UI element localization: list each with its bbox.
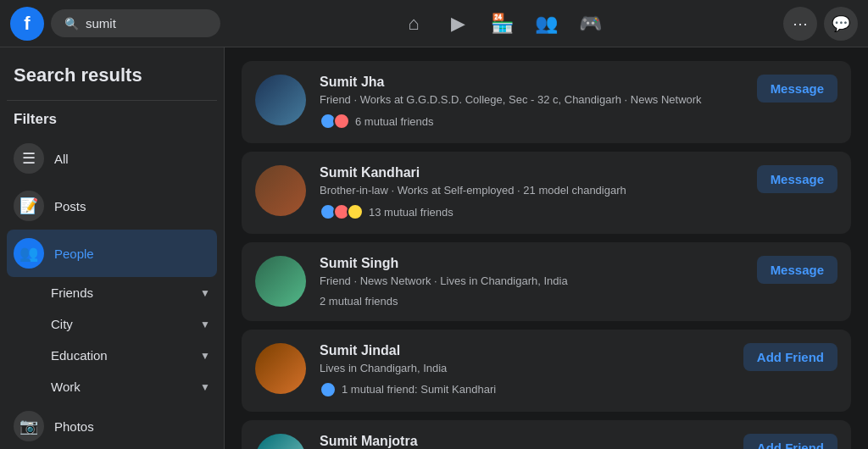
card-action: Message xyxy=(757,256,837,284)
message-button[interactable]: Message xyxy=(757,256,837,284)
filters-label: Filters xyxy=(7,108,217,135)
result-card-sumit-manjotra: Sumit Manjotra Works at Self Employed (B… xyxy=(242,420,851,449)
sidebar-divider-top xyxy=(7,100,217,101)
mutual-count: 2 mutual friends xyxy=(320,295,398,308)
all-icon: ☰ xyxy=(14,143,44,174)
sub-filter-label: City xyxy=(51,317,73,331)
card-action: Message xyxy=(757,75,837,103)
chevron-down-icon: ▼ xyxy=(200,287,210,299)
person-name: Sumit Jha xyxy=(320,75,743,90)
message-button[interactable]: Message xyxy=(757,75,837,103)
sub-filter-work[interactable]: Work ▼ xyxy=(7,371,217,402)
avatar xyxy=(255,434,306,449)
search-input[interactable] xyxy=(86,16,213,30)
avatar xyxy=(255,256,306,307)
card-info: Sumit Singh Friend · News Network · Live… xyxy=(320,256,743,307)
groups-nav-button[interactable]: 👥 xyxy=(526,3,566,44)
chevron-down-icon: ▼ xyxy=(200,319,210,330)
chevron-down-icon: ▼ xyxy=(200,381,210,393)
sidebar-item-label: Posts xyxy=(54,199,210,213)
mutual-avatar xyxy=(333,113,350,130)
result-card-sumit-jha: Sumit Jha Friend · Works at G.G.D.S.D. C… xyxy=(242,61,851,143)
mutual-avatars xyxy=(320,113,350,130)
top-navigation: f 🔍 ⌂ ▶ 🏪 👥 🎮 ⋯ 💬 xyxy=(0,0,868,47)
card-action: Message xyxy=(757,165,837,193)
avatar xyxy=(255,75,306,125)
message-button[interactable]: Message xyxy=(757,165,837,193)
search-icon: 🔍 xyxy=(64,17,79,30)
card-action: Add Friend xyxy=(743,343,837,371)
messenger-button[interactable]: 💬 xyxy=(824,7,858,41)
sub-filter-label: Work xyxy=(51,380,81,394)
sidebar-item-label: Photos xyxy=(54,419,210,434)
mutual-friends: 2 mutual friends xyxy=(320,295,743,308)
mutual-avatar xyxy=(320,381,337,398)
sidebar-item-people[interactable]: 👥 People xyxy=(7,230,217,277)
person-name: Sumit Singh xyxy=(320,256,743,271)
sub-filter-city[interactable]: City ▼ xyxy=(7,308,217,340)
sub-filter-friends[interactable]: Friends ▼ xyxy=(7,277,217,308)
avatar xyxy=(255,343,306,394)
nav-right: ⋯ 💬 xyxy=(773,7,858,41)
grid-menu-button[interactable]: ⋯ xyxy=(783,7,817,41)
watch-nav-button[interactable]: ▶ xyxy=(437,3,478,44)
sidebar-item-posts[interactable]: 📝 Posts xyxy=(7,182,217,230)
mutual-count: 6 mutual friends xyxy=(355,115,434,128)
gaming-nav-button[interactable]: 🎮 xyxy=(570,3,610,44)
sub-filter-education[interactable]: Education ▼ xyxy=(7,340,217,371)
photos-icon: 📷 xyxy=(14,411,44,441)
mutual-avatars xyxy=(320,381,337,398)
sidebar-item-all[interactable]: ☰ All xyxy=(7,135,217,182)
sidebar-item-label: People xyxy=(54,247,210,261)
mutual-avatar xyxy=(347,203,364,220)
result-card-sumit-singh: Sumit Singh Friend · News Network · Live… xyxy=(242,242,851,320)
nav-left: f 🔍 xyxy=(10,7,231,41)
search-box-container: 🔍 xyxy=(51,9,220,37)
chevron-down-icon: ▼ xyxy=(200,350,210,362)
add-friend-button[interactable]: Add Friend xyxy=(743,434,837,449)
search-results-area: Sumit Jha Friend · Works at G.G.D.S.D. C… xyxy=(225,47,868,449)
person-details: Friend · News Network · Lives in Chandig… xyxy=(320,274,743,289)
mutual-count: 1 mutual friend: Sumit Kandhari xyxy=(342,383,496,396)
person-name: Sumit Kandhari xyxy=(320,165,743,180)
person-details: Lives in Chandigarh, India xyxy=(320,361,730,376)
add-friend-button[interactable]: Add Friend xyxy=(743,343,837,371)
result-card-sumit-kandhari: Sumit Kandhari Brother-in-law · Works at… xyxy=(242,152,851,234)
people-icon: 👥 xyxy=(14,238,44,269)
result-card-sumit-jindal: Sumit Jindal Lives in Chandigarh, India … xyxy=(242,330,851,412)
person-details: Friend · Works at G.G.D.S.D. College, Se… xyxy=(320,92,743,108)
posts-icon: 📝 xyxy=(14,191,44,221)
card-info: Sumit Kandhari Brother-in-law · Works at… xyxy=(320,165,743,220)
sidebar-item-photos[interactable]: 📷 Photos xyxy=(7,402,217,449)
card-action: Add Friend xyxy=(743,434,837,449)
person-name: Sumit Jindal xyxy=(320,343,730,358)
person-name: Sumit Manjotra xyxy=(320,434,730,449)
mutual-count: 13 mutual friends xyxy=(369,206,453,219)
marketplace-nav-button[interactable]: 🏪 xyxy=(481,3,522,44)
sidebar-item-label: All xyxy=(54,152,210,166)
page-title: Search results xyxy=(7,58,217,97)
avatar xyxy=(255,165,306,216)
card-info: Sumit Jha Friend · Works at G.G.D.S.D. C… xyxy=(320,75,743,130)
card-info: Sumit Manjotra Works at Self Employed (B… xyxy=(320,434,730,449)
mutual-avatars xyxy=(320,203,364,220)
sub-filter-label: Education xyxy=(51,348,108,363)
sub-filter-label: Friends xyxy=(51,285,93,300)
person-details: Brother-in-law · Works at Self-employed … xyxy=(320,183,743,198)
main-layout: Search results Filters ☰ All 📝 Posts 👥 P… xyxy=(0,47,868,449)
facebook-logo[interactable]: f xyxy=(10,7,44,41)
mutual-friends: 6 mutual friends xyxy=(320,113,743,130)
home-nav-button[interactable]: ⌂ xyxy=(393,3,434,44)
sidebar: Search results Filters ☰ All 📝 Posts 👥 P… xyxy=(0,47,225,449)
mutual-friends: 13 mutual friends xyxy=(320,203,743,220)
mutual-friends: 1 mutual friend: Sumit Kandhari xyxy=(320,381,730,398)
card-info: Sumit Jindal Lives in Chandigarh, India … xyxy=(320,343,730,398)
nav-center: ⌂ ▶ 🏪 👥 🎮 xyxy=(231,3,773,44)
